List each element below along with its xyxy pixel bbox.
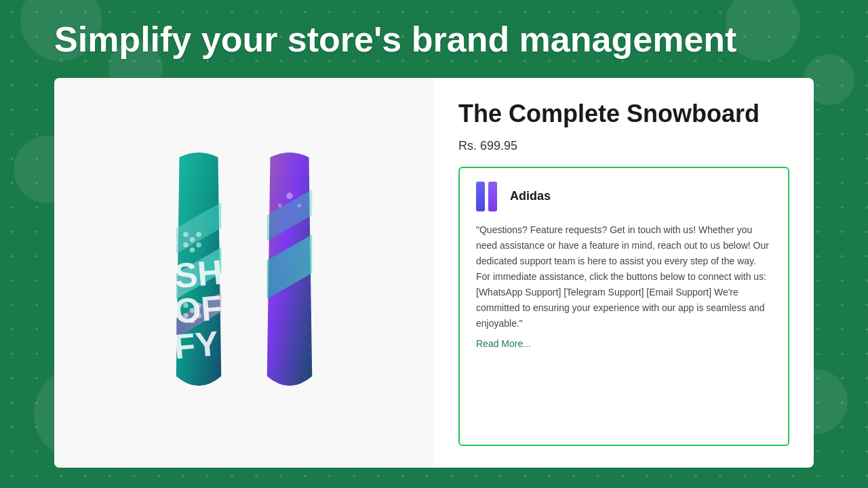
page-headline: Simplify your store's brand management: [54, 20, 814, 59]
brand-logo-bar-left: [476, 182, 485, 211]
read-more-link[interactable]: Read More...: [476, 338, 531, 349]
svg-point-4: [190, 247, 195, 253]
brand-info-box: Adidas "Questions? Feature requests? Get…: [458, 167, 789, 446]
snowboard-image: SH OF FY: [160, 92, 328, 454]
snowboard-right: [251, 144, 328, 402]
product-image-area: SH OF FY: [54, 78, 434, 468]
product-card: SH OF FY: [54, 78, 814, 468]
svg-point-5: [196, 242, 201, 247]
product-title: The Complete Snowboard: [458, 100, 789, 127]
svg-point-17: [297, 203, 301, 207]
brand-header: Adidas: [476, 182, 772, 211]
brand-logo: [476, 182, 500, 211]
svg-point-15: [286, 192, 293, 199]
svg-point-1: [190, 237, 195, 242]
snowboard-left: SH OF FY: [160, 144, 237, 402]
page-wrapper: Simplify your store's brand management: [0, 0, 868, 488]
brand-name: Adidas: [510, 189, 551, 203]
brand-description: "Questions? Feature requests? Get in tou…: [476, 222, 772, 332]
product-price: Rs. 699.95: [458, 139, 789, 153]
svg-point-16: [278, 203, 282, 207]
svg-point-3: [183, 242, 189, 247]
brand-logo-bar-right: [488, 182, 497, 211]
svg-text:FY: FY: [172, 324, 220, 366]
svg-point-0: [183, 232, 189, 237]
svg-point-2: [196, 232, 201, 237]
product-details: The Complete Snowboard Rs. 699.95 Adidas…: [434, 78, 814, 468]
